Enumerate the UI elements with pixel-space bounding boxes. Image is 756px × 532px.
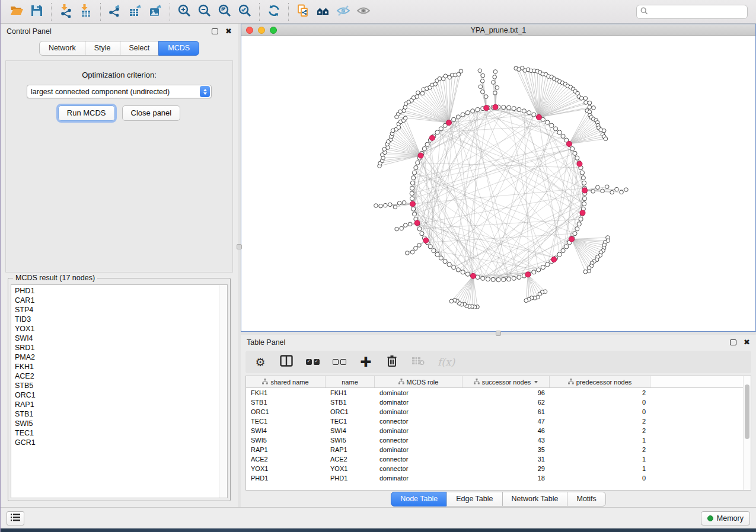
- mcds-result-item[interactable]: STP4: [15, 305, 219, 315]
- zoom-out-button[interactable]: [194, 2, 215, 21]
- cell-name[interactable]: ORC1: [326, 407, 375, 416]
- export-network-button[interactable]: [105, 2, 125, 21]
- mcds-result-item[interactable]: ORC1: [15, 390, 219, 400]
- criterion-select[interactable]: largest connected component (undirected): [27, 85, 212, 98]
- cell-predecessor-nodes[interactable]: 2: [550, 416, 650, 426]
- table-row-phd1[interactable]: PHD1PHD1dominator180: [246, 473, 743, 483]
- cell-shared-name[interactable]: YOX1: [246, 464, 326, 473]
- cell-shared-name[interactable]: RAP1: [246, 445, 326, 454]
- cell-successor-nodes[interactable]: 35: [462, 445, 550, 454]
- cell-successor-nodes[interactable]: 62: [462, 398, 550, 407]
- import-network-button[interactable]: [56, 2, 76, 21]
- table-row-swi4[interactable]: SWI4SWI4dominator462: [246, 426, 743, 435]
- search-input[interactable]: [650, 8, 744, 16]
- show-graphics-details-button[interactable]: [353, 2, 374, 21]
- cell-predecessor-nodes[interactable]: 1: [550, 435, 650, 445]
- zoom-selected-button[interactable]: [235, 2, 255, 21]
- cell-name[interactable]: YOX1: [326, 464, 375, 473]
- mcds-result-item[interactable]: STB5: [15, 381, 219, 390]
- mcds-result-item[interactable]: CAR1: [15, 296, 219, 305]
- cell-mcds-role[interactable]: dominator: [375, 407, 462, 416]
- column-header-mcds-role[interactable]: MCDS role: [375, 376, 462, 387]
- cell-predecessor-nodes[interactable]: 1: [550, 464, 650, 473]
- select-all-button[interactable]: [306, 355, 320, 369]
- mcds-result-item[interactable]: PHD1: [15, 286, 219, 296]
- column-header-predecessor-nodes[interactable]: predecessor nodes: [550, 376, 650, 387]
- save-session-button[interactable]: [27, 2, 47, 21]
- cell-shared-name[interactable]: TEC1: [246, 416, 326, 426]
- cell-name[interactable]: PHD1: [326, 473, 375, 483]
- cell-successor-nodes[interactable]: 31: [462, 454, 550, 464]
- close-panel-icon[interactable]: ✖: [225, 27, 232, 35]
- mcds-result-item[interactable]: SWI4: [15, 334, 219, 343]
- deselect-all-button[interactable]: [333, 355, 346, 369]
- show-columns-button[interactable]: [280, 355, 293, 369]
- cell-mcds-role[interactable]: dominator: [375, 473, 462, 483]
- mcds-result-item[interactable]: RAP1: [15, 400, 219, 409]
- table-row-ace2[interactable]: ACE2ACE2connector311: [246, 454, 743, 464]
- table-row-orc1[interactable]: ORC1ORC1dominator610: [246, 407, 743, 416]
- cell-name[interactable]: SWI4: [326, 426, 375, 435]
- cell-successor-nodes[interactable]: 96: [462, 388, 550, 398]
- window-maximize-icon[interactable]: [270, 27, 277, 34]
- float-panel-icon[interactable]: [730, 339, 736, 345]
- cell-name[interactable]: ACE2: [326, 454, 375, 464]
- mcds-result-item[interactable]: TEC1: [15, 428, 219, 438]
- cell-mcds-role[interactable]: dominator: [375, 398, 462, 407]
- cell-successor-nodes[interactable]: 46: [462, 426, 550, 435]
- zoom-fit-button[interactable]: [215, 2, 235, 21]
- hide-graphics-details-button[interactable]: [333, 2, 353, 21]
- cell-name[interactable]: TEC1: [326, 416, 375, 426]
- cell-successor-nodes[interactable]: 61: [462, 407, 550, 416]
- open-file-button[interactable]: [7, 2, 27, 21]
- mcds-result-item[interactable]: TID3: [15, 315, 219, 324]
- table-row-yox1[interactable]: YOX1YOX1connector291: [246, 464, 743, 473]
- mcds-result-item[interactable]: GCR1: [15, 438, 219, 447]
- table-settings-button[interactable]: ⚙: [254, 355, 267, 369]
- horizontal-splitter[interactable]: [241, 332, 756, 335]
- cell-predecessor-nodes[interactable]: 0: [550, 407, 650, 416]
- cell-name[interactable]: SWI5: [326, 435, 375, 445]
- cell-mcds-role[interactable]: connector: [375, 435, 462, 445]
- cell-predecessor-nodes[interactable]: 0: [550, 398, 650, 407]
- memory-status-button[interactable]: Memory: [701, 511, 750, 525]
- table-row-swi5[interactable]: SWI5SWI5connector431: [246, 435, 743, 445]
- cell-shared-name[interactable]: STB1: [246, 398, 326, 407]
- cell-mcds-role[interactable]: dominator: [375, 445, 462, 454]
- mcds-result-item[interactable]: STB1: [15, 409, 219, 419]
- cell-shared-name[interactable]: SWI4: [246, 426, 326, 435]
- cell-predecessor-nodes[interactable]: 2: [550, 388, 650, 398]
- cell-mcds-role[interactable]: dominator: [375, 388, 462, 398]
- mcds-result-item[interactable]: FKH1: [15, 362, 219, 371]
- table-row-stb1[interactable]: STB1STB1dominator620: [246, 398, 743, 407]
- export-table-button[interactable]: [125, 2, 145, 21]
- cell-shared-name[interactable]: SWI5: [246, 435, 326, 445]
- cell-predecessor-nodes[interactable]: 2: [550, 445, 650, 454]
- close-panel-button[interactable]: Close panel: [122, 105, 181, 121]
- table-row-fkh1[interactable]: FKH1FKH1dominator962: [246, 388, 743, 398]
- export-image-button[interactable]: [145, 2, 165, 21]
- column-header-name[interactable]: name: [326, 376, 375, 387]
- table-row-tec1[interactable]: TEC1TEC1connector472: [246, 416, 743, 426]
- tab-motifs[interactable]: Motifs: [567, 492, 605, 507]
- mcds-result-item[interactable]: SRD1: [15, 343, 219, 352]
- float-panel-icon[interactable]: [212, 28, 218, 34]
- cell-name[interactable]: RAP1: [326, 445, 375, 454]
- cell-name[interactable]: STB1: [326, 398, 375, 407]
- mcds-result-item[interactable]: ACE2: [15, 371, 219, 381]
- window-close-icon[interactable]: [246, 27, 253, 34]
- network-canvas[interactable]: [241, 36, 755, 331]
- splitter-handle[interactable]: [496, 331, 501, 336]
- mcds-list-scrollbar[interactable]: [219, 285, 227, 498]
- tab-node-table[interactable]: Node Table: [391, 492, 447, 507]
- tab-select[interactable]: Select: [120, 41, 160, 56]
- table-row-rap1[interactable]: RAP1RAP1dominator352: [246, 445, 743, 454]
- column-header-successor-nodes[interactable]: successor nodes: [462, 376, 550, 387]
- cell-predecessor-nodes[interactable]: 0: [550, 473, 650, 483]
- delete-column-button[interactable]: [385, 355, 398, 369]
- network-window-titlebar[interactable]: YPA_prune.txt_1: [241, 24, 755, 36]
- delete-table-button[interactable]: [412, 355, 425, 369]
- cell-shared-name[interactable]: ACE2: [246, 454, 326, 464]
- cell-shared-name[interactable]: ORC1: [246, 407, 326, 416]
- cell-predecessor-nodes[interactable]: 2: [550, 426, 650, 435]
